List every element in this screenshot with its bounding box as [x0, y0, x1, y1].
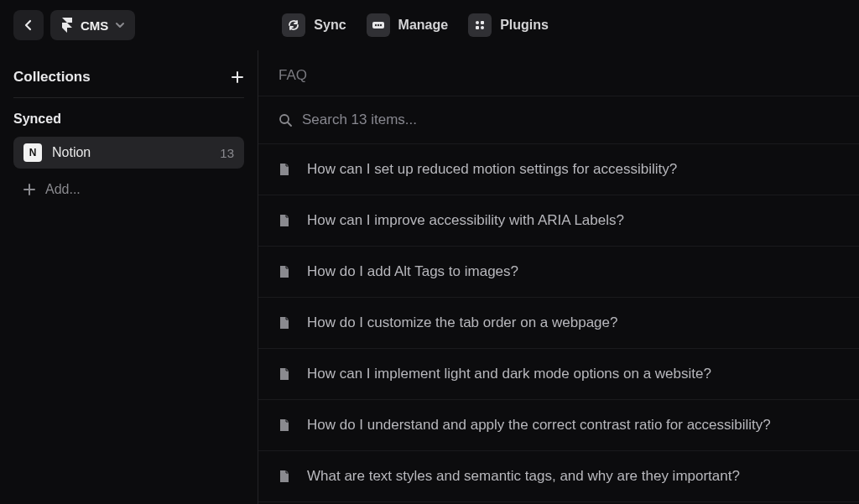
collections-header: Collections: [13, 64, 244, 98]
svg-point-4: [476, 21, 479, 24]
tab-manage[interactable]: Manage: [367, 13, 449, 37]
tab-label: Sync: [314, 18, 346, 33]
breadcrumb: FAQ: [258, 50, 859, 96]
svg-rect-5: [481, 21, 484, 24]
tab-label: Manage: [398, 18, 449, 33]
app-name: CMS: [81, 18, 108, 33]
tab-plugins[interactable]: Plugins: [468, 13, 549, 37]
svg-point-1: [374, 24, 376, 26]
notion-icon: N: [23, 143, 42, 162]
item-title: How can I improve accessibility with ARI…: [307, 212, 624, 229]
svg-point-3: [379, 24, 381, 26]
topbar: CMS Sync Manage Plugins: [0, 0, 859, 50]
list-item[interactable]: How can I improve accessibility with ARI…: [258, 195, 859, 247]
document-icon: [279, 214, 290, 227]
plus-icon: [231, 70, 244, 84]
svg-point-7: [481, 26, 484, 29]
chevron-left-icon: [24, 19, 33, 31]
plus-icon: [23, 184, 35, 195]
add-source-button[interactable]: Add...: [13, 175, 244, 204]
document-icon: [279, 265, 290, 278]
sidebar: Collections Synced N Notion 13 Add...: [0, 50, 258, 504]
item-title: How can I implement light and dark mode …: [307, 366, 711, 382]
framer-icon: [60, 18, 74, 33]
document-icon: [279, 418, 290, 432]
add-collection-button[interactable]: [231, 70, 244, 84]
item-title: How do I add Alt Tags to images?: [307, 263, 518, 280]
tab-sync[interactable]: Sync: [282, 13, 346, 37]
source-row-notion[interactable]: N Notion 13: [13, 137, 244, 169]
search-row: [258, 96, 859, 144]
list-item[interactable]: How can I implement light and dark mode …: [258, 349, 859, 400]
main: FAQ How can I set up reduced motion sett…: [258, 50, 859, 504]
document-icon: [279, 367, 290, 381]
collections-title: Collections: [13, 69, 91, 86]
search-input[interactable]: [302, 112, 839, 128]
item-title: How do I understand and apply the correc…: [307, 417, 771, 434]
list-item[interactable]: How do I add Alt Tags to images?: [258, 247, 859, 298]
list-item[interactable]: How do I customize the tab order on a we…: [258, 298, 859, 349]
list-item[interactable]: How do I understand and apply the correc…: [258, 400, 859, 451]
document-icon: [279, 316, 290, 330]
tabs: Sync Manage Plugins: [282, 13, 549, 37]
app-dropdown[interactable]: CMS: [50, 10, 135, 40]
chevron-down-icon: [115, 22, 125, 29]
item-title: How can I set up reduced motion settings…: [307, 161, 677, 178]
search-icon: [279, 113, 292, 127]
plugins-icon: [468, 13, 492, 37]
manage-icon: [367, 13, 390, 37]
list-item[interactable]: What are text styles and semantic tags, …: [258, 451, 859, 502]
item-title: What are text styles and semantic tags, …: [307, 468, 740, 485]
layout: Collections Synced N Notion 13 Add... FA…: [0, 50, 859, 504]
source-count: 13: [220, 146, 234, 160]
tab-label: Plugins: [500, 18, 549, 33]
add-label: Add...: [45, 182, 81, 197]
item-title: How do I customize the tab order on a we…: [307, 314, 617, 331]
items-list: How can I set up reduced motion settings…: [258, 144, 859, 502]
sync-icon: [282, 13, 305, 37]
document-icon: [279, 163, 290, 176]
list-item[interactable]: How can I set up reduced motion settings…: [258, 144, 859, 195]
svg-rect-6: [476, 26, 479, 29]
source-label: Notion: [52, 145, 220, 160]
document-icon: [279, 470, 290, 483]
back-button[interactable]: [13, 10, 44, 40]
svg-point-2: [377, 24, 378, 26]
synced-title: Synced: [13, 112, 244, 127]
